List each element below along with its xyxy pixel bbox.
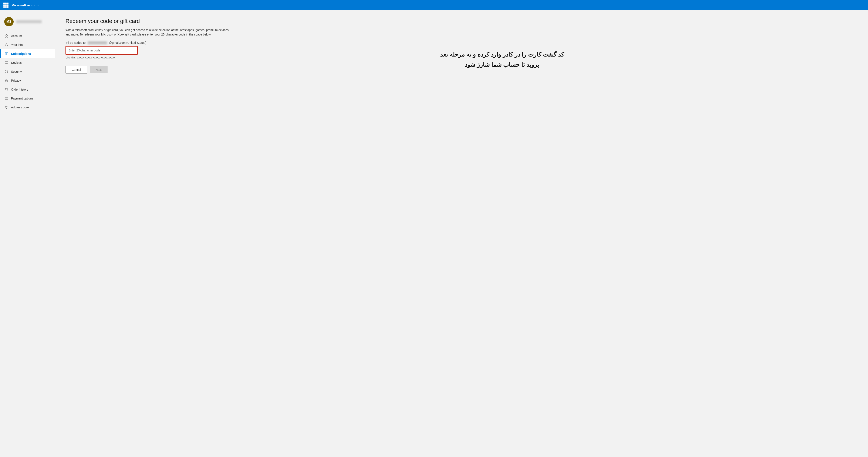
topbar: Microsoft account (0, 0, 868, 10)
avatar: MS (4, 17, 13, 26)
added-to-suffix: @gmail.com (United States) (109, 41, 146, 44)
sidebar-item-devices[interactable]: Devices (0, 58, 55, 67)
user-name-blur (16, 20, 42, 23)
sidebar-item-privacy[interactable]: Privacy (0, 76, 55, 85)
sidebar: MS Account Your info (0, 10, 55, 457)
page-description: With a Microsoft product key or gift car… (65, 28, 231, 37)
sidebar-item-security[interactable]: Security (0, 67, 55, 76)
app-title: Microsoft account (11, 3, 40, 7)
svg-rect-12 (5, 97, 8, 99)
lock-icon (4, 79, 8, 83)
apps-icon[interactable] (3, 3, 8, 8)
code-input-wrapper[interactable] (65, 46, 138, 55)
persian-line1: کد گیفت کارت را در کادر وارد کرده و به م… (440, 51, 564, 58)
next-button[interactable]: Next (90, 66, 108, 73)
svg-point-10 (6, 90, 6, 91)
sidebar-item-payment-options[interactable]: Payment options (0, 94, 55, 103)
sidebar-label-address-book: Address book (11, 105, 29, 109)
subscriptions-icon (4, 52, 8, 56)
sidebar-label-account: Account (11, 34, 22, 38)
sidebar-item-account[interactable]: Account (0, 31, 55, 40)
svg-point-14 (6, 106, 7, 107)
email-blur (88, 41, 107, 44)
sidebar-label-privacy: Privacy (11, 79, 21, 82)
cancel-button[interactable]: Cancel (65, 66, 87, 73)
main-container: MS Account Your info (0, 10, 868, 457)
sidebar-item-order-history[interactable]: Order history (0, 85, 55, 94)
page-title: Redeem your code or gift card (65, 18, 858, 25)
main-content-area: It'll be added to @gmail.com (United Sta… (65, 41, 858, 78)
card-icon (4, 96, 8, 100)
persian-section: کد گیفت کارت را در کادر وارد کرده و به م… (146, 41, 858, 78)
cart-icon (4, 87, 8, 92)
svg-point-11 (7, 90, 7, 91)
sidebar-label-order-history: Order history (11, 88, 28, 91)
svg-point-0 (6, 43, 7, 45)
sidebar-item-your-info[interactable]: Your info (0, 40, 55, 49)
monitor-icon (4, 61, 8, 65)
added-to-line: It'll be added to @gmail.com (United Sta… (65, 41, 146, 44)
sidebar-label-payment-options: Payment options (11, 97, 33, 100)
code-hint: Like this: xxxxx-xxxxx-xxxxx-xxxxx-xxxxx (65, 56, 146, 59)
sidebar-label-devices: Devices (11, 61, 22, 64)
sidebar-label-security: Security (11, 70, 22, 73)
svg-point-9 (6, 81, 7, 82)
sidebar-item-address-book[interactable]: Address book (0, 103, 55, 112)
svg-rect-5 (5, 61, 8, 64)
code-input[interactable] (66, 47, 137, 54)
sidebar-item-subscriptions[interactable]: Subscriptions (0, 49, 55, 58)
form-section: It'll be added to @gmail.com (United Sta… (65, 41, 146, 73)
home-icon (4, 34, 8, 38)
sidebar-label-subscriptions: Subscriptions (11, 52, 31, 56)
shield-icon (4, 69, 8, 74)
person-icon (4, 43, 8, 47)
user-section: MS (0, 15, 55, 31)
persian-line2: بروید تا حساب شما شارژ شود (465, 61, 539, 68)
added-to-prefix: It'll be added to (65, 41, 86, 44)
persian-annotation: کد گیفت کارت را در کادر وارد کرده و به م… (440, 50, 564, 70)
buttons-row: Cancel Next (65, 66, 146, 73)
sidebar-label-your-info: Your info (11, 43, 23, 47)
content-area: Redeem your code or gift card With a Mic… (55, 10, 868, 457)
location-icon (4, 105, 8, 110)
